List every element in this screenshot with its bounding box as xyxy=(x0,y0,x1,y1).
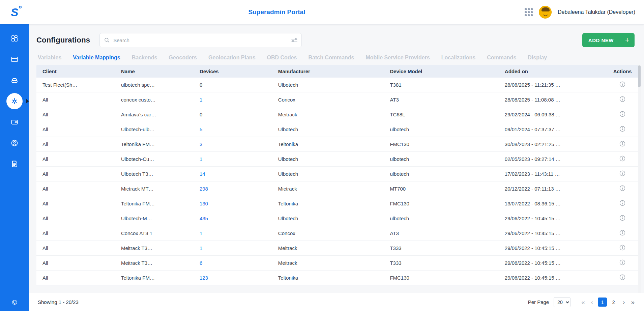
table-row[interactable]: AllAmitava's car…0MeitrackTC68L29/02/202… xyxy=(36,107,641,122)
cell-actions xyxy=(604,244,641,252)
cell-devices[interactable]: 1 xyxy=(194,156,272,162)
table-row[interactable]: Test Fleet(Sh…ulbotech spe…0UlbotechT381… xyxy=(36,78,641,92)
table-row[interactable]: AllMictrack MT…298MictrackMT70020/12/202… xyxy=(36,181,641,196)
cell-device-model: ulbotech xyxy=(384,156,498,162)
tab-display[interactable]: Display xyxy=(528,55,547,61)
user-name[interactable]: Debaleena Talukdar (Developer) xyxy=(558,9,635,15)
table-row[interactable]: AllTeltonika FM…130TeltonikaFMC13013/07/… xyxy=(36,196,641,211)
cell-devices[interactable]: 5 xyxy=(194,126,272,132)
table-row[interactable]: Allconcox custo…1ConcoxAT328/08/2025 - 1… xyxy=(36,92,641,107)
cell-device-model: AT3 xyxy=(384,97,498,103)
tab-variable-mappings[interactable]: Variable Mappings xyxy=(73,55,120,61)
search-input[interactable] xyxy=(113,37,288,43)
row-actions-button[interactable] xyxy=(619,155,626,162)
devices-count-link[interactable]: 1 xyxy=(200,230,202,236)
column-header-client[interactable]: Client xyxy=(36,68,115,74)
devices-count-link[interactable]: 1 xyxy=(200,156,202,162)
first-page-button[interactable]: « xyxy=(580,298,586,307)
tab-mobile-service-providers[interactable]: Mobile Service Providers xyxy=(365,55,430,61)
table-scrollbar[interactable] xyxy=(638,65,641,293)
app-logo[interactable]: S xyxy=(0,6,29,18)
column-header-manufacturer[interactable]: Manufacturer xyxy=(272,68,384,74)
devices-count-link[interactable]: 5 xyxy=(200,126,202,132)
cell-devices[interactable]: 6 xyxy=(194,260,272,266)
column-header-added-on[interactable]: Added on xyxy=(499,68,605,74)
cell-devices[interactable]: 1 xyxy=(194,97,272,103)
cell-devices[interactable]: 3 xyxy=(194,141,272,147)
devices-count-link[interactable]: 14 xyxy=(200,171,205,177)
column-header-devices[interactable]: Devices xyxy=(194,68,272,74)
row-actions-button[interactable] xyxy=(619,96,626,103)
last-page-button[interactable]: » xyxy=(630,298,636,307)
tab-commands[interactable]: Commands xyxy=(487,55,516,61)
tab-variables[interactable]: Variables xyxy=(38,55,61,61)
row-actions-button[interactable] xyxy=(619,111,626,117)
cell-devices[interactable]: 130 xyxy=(194,201,272,206)
page-number-1[interactable]: 1 xyxy=(598,298,607,307)
table-row[interactable]: AllTeltonika FM…3TeltonikaFMC13030/08/20… xyxy=(36,137,641,152)
tab-geolocation-plans[interactable]: Geolocation Plans xyxy=(208,55,256,61)
devices-count-link[interactable]: 298 xyxy=(200,186,208,192)
devices-count-link[interactable]: 1 xyxy=(200,97,202,103)
user-avatar[interactable] xyxy=(539,6,552,19)
row-actions-button[interactable] xyxy=(619,185,626,192)
table-row[interactable]: AllConcox AT3 11ConcoxAT329/06/2022 - 10… xyxy=(36,226,641,241)
tab-batch-commands[interactable]: Batch Commands xyxy=(308,55,354,61)
row-actions-button[interactable] xyxy=(619,170,626,177)
column-header-actions[interactable]: Actions xyxy=(604,68,641,74)
scrollbar-thumb[interactable] xyxy=(638,65,641,87)
table-row[interactable]: AllUlbotech T3…14Ulbotechulbotech17/02/2… xyxy=(36,167,641,181)
tab-obd-codes[interactable]: OBD Codes xyxy=(267,55,297,61)
add-new-button[interactable]: ADD NEW + xyxy=(582,33,635,47)
row-actions-button[interactable] xyxy=(619,200,626,206)
table-row[interactable]: AllUlbotech-Cu…1Ulbotechulbotech02/05/20… xyxy=(36,152,641,167)
devices-count-link[interactable]: 123 xyxy=(200,275,208,281)
cell-devices[interactable]: 298 xyxy=(194,186,272,192)
sidebar-item-payments[interactable] xyxy=(6,114,23,130)
sidebar-item-accounts[interactable] xyxy=(6,135,23,151)
filter-icon[interactable] xyxy=(291,39,297,41)
sidebar-item-configurations[interactable] xyxy=(6,93,23,109)
table-row[interactable]: AllUlbotech-ulb…5Ulbotechulbotech09/01/2… xyxy=(36,122,641,137)
per-page-select[interactable]: 20 xyxy=(554,297,570,307)
devices-count-link[interactable]: 435 xyxy=(200,216,208,221)
column-header-name[interactable]: Name xyxy=(115,68,194,74)
devices-count-link[interactable]: 130 xyxy=(200,201,208,206)
sidebar-item-vehicles[interactable] xyxy=(6,72,23,88)
row-actions-button[interactable] xyxy=(619,140,626,147)
devices-count-link[interactable]: 3 xyxy=(200,141,202,147)
page-number-2[interactable]: 2 xyxy=(609,298,618,307)
row-actions-button[interactable] xyxy=(619,259,626,266)
row-actions-button[interactable] xyxy=(619,274,626,281)
row-actions-button[interactable] xyxy=(619,125,626,132)
sidebar-copyright-icon: © xyxy=(12,299,17,306)
prev-page-button[interactable]: ‹ xyxy=(590,298,594,307)
sidebar-item-panels[interactable] xyxy=(6,51,23,67)
cell-manufacturer: Concox xyxy=(272,230,384,236)
row-actions-button[interactable] xyxy=(619,229,626,236)
cell-device-model: FMC130 xyxy=(384,141,498,147)
tab-backends[interactable]: Backends xyxy=(132,55,157,61)
row-actions-button[interactable] xyxy=(619,215,626,221)
table-row[interactable]: AllTeltonika FM…123TeltonikaFMC13029/06/… xyxy=(36,271,641,285)
sidebar-item-reports[interactable] xyxy=(6,156,23,172)
table-row[interactable]: AllUlbotech-M…435Ulbotechulbotech29/06/2… xyxy=(36,211,641,226)
column-header-device-model[interactable]: Device Model xyxy=(384,68,498,74)
row-actions-button[interactable] xyxy=(619,244,626,251)
row-actions-button[interactable] xyxy=(619,81,626,88)
cell-devices[interactable]: 1 xyxy=(194,230,272,236)
table-row[interactable]: AllMeitrack T3…1MeitrackT33329/06/2022 -… xyxy=(36,241,641,256)
cell-devices[interactable]: 123 xyxy=(194,275,272,281)
cell-devices[interactable]: 1 xyxy=(194,245,272,251)
table-row[interactable]: AllMeitrack T3…6MeitrackT33329/06/2022 -… xyxy=(36,256,641,271)
devices-count-link[interactable]: 1 xyxy=(200,245,202,251)
apps-grid-icon[interactable] xyxy=(525,8,533,16)
devices-count-link[interactable]: 6 xyxy=(200,260,202,266)
next-page-button[interactable]: › xyxy=(621,298,626,307)
tab-geocoders[interactable]: Geocoders xyxy=(169,55,197,61)
tab-localizations[interactable]: Localizations xyxy=(441,55,475,61)
cell-devices[interactable]: 14 xyxy=(194,171,272,177)
sidebar-item-dashboard[interactable] xyxy=(6,30,23,47)
cell-devices[interactable]: 435 xyxy=(194,216,272,221)
cell-name: Teltonika FM… xyxy=(115,275,194,281)
